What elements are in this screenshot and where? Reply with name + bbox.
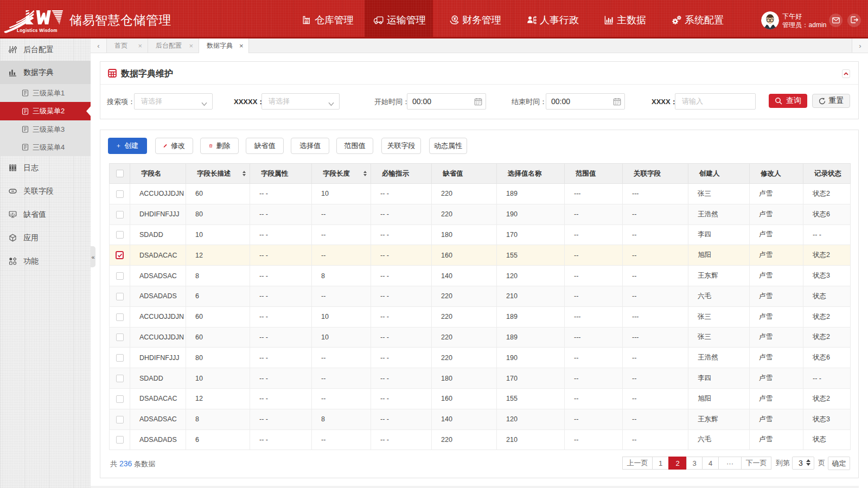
sort-icon[interactable]	[242, 171, 246, 176]
nav-item-5[interactable]: 主数据	[603, 2, 646, 38]
cell: 8	[186, 409, 250, 429]
select-placeholder: 请选择	[269, 97, 290, 106]
checkbox-cell	[110, 224, 130, 245]
cell: 张三	[688, 306, 750, 327]
avatar[interactable]	[761, 11, 779, 29]
cell: ADSADADS	[130, 429, 186, 450]
row-checkbox[interactable]	[116, 272, 124, 280]
time-value: 00:00	[551, 97, 570, 106]
panel-collapse-button[interactable]	[842, 69, 850, 78]
search-text-input[interactable]: 请输入	[675, 93, 756, 110]
tab-3[interactable]: 数据字典×	[199, 38, 249, 53]
sidebar-item-功能[interactable]: 功能	[0, 249, 91, 273]
spinner-icon[interactable]	[806, 459, 810, 466]
tab-close-icon[interactable]: ×	[138, 42, 142, 50]
page-2[interactable]: 2	[668, 457, 687, 470]
nav-item-4[interactable]: 人事行政	[526, 2, 579, 38]
cell: 220	[432, 286, 497, 306]
toolbar-button-删除[interactable]: 删除	[200, 138, 239, 154]
toolbar-button-选择值[interactable]: 选择值	[291, 138, 329, 154]
tab-scroll-left-icon[interactable]: ‹	[91, 38, 107, 53]
cell: 155	[497, 245, 565, 266]
toolbar-button-范围值[interactable]: 范围值	[336, 138, 373, 154]
nav-label: 系统配置	[685, 14, 724, 27]
toolbar-button-动态属性[interactable]: 动态属性	[429, 138, 467, 154]
cell: 张三	[688, 184, 750, 204]
nav-item-6[interactable]: 系统配置	[671, 2, 724, 38]
cell: --	[312, 368, 371, 389]
page-下一页[interactable]: 下一页	[741, 457, 771, 470]
page-4[interactable]: 4	[702, 457, 719, 470]
toolbar-button-修改[interactable]: 修改	[155, 138, 193, 154]
page-3[interactable]: 3	[686, 457, 703, 470]
reset-button[interactable]: 重置	[812, 94, 850, 108]
sidebar-item-数据字典[interactable]: 数据字典	[0, 61, 91, 84]
row-checkbox[interactable]	[116, 313, 124, 321]
nav-item-1[interactable]: 仓库管理	[301, 2, 354, 38]
goto-page-input[interactable]: 3	[792, 457, 814, 470]
sidebar-collapse-handle[interactable]: «	[91, 246, 95, 267]
page-···[interactable]: ···	[718, 457, 742, 470]
tab-1[interactable]: 首页×	[107, 38, 148, 53]
cell: --	[312, 388, 371, 409]
toolbar-button-关联字段[interactable]: 关联字段	[381, 138, 421, 154]
row-checkbox[interactable]	[116, 333, 124, 341]
sidebar-item-日志[interactable]: 日志	[0, 156, 91, 179]
cell: --	[623, 429, 688, 450]
row-checkbox[interactable]	[116, 354, 124, 362]
confirm-button[interactable]: 确定	[828, 457, 850, 470]
row-checkbox[interactable]	[116, 211, 124, 219]
nav-item-3[interactable]: 财务管理	[449, 2, 501, 38]
time-input-4[interactable]: 00:00	[546, 93, 625, 110]
cell: 六毛	[688, 429, 750, 450]
tab-close-icon[interactable]: ×	[239, 42, 244, 50]
row-checkbox[interactable]	[116, 293, 124, 300]
tab-2[interactable]: 后台配置×	[148, 38, 199, 53]
sort-icon[interactable]	[363, 171, 367, 176]
select-all-checkbox[interactable]	[116, 170, 124, 177]
sidebar-item-应用[interactable]: 应用	[0, 226, 91, 249]
column-header-字段长描述[interactable]: 字段长描述	[186, 164, 250, 184]
table-row-12: ADSADSAC8-- -8-- -140120----王东辉卢雪状态3	[110, 409, 851, 429]
cell: 8	[312, 266, 371, 286]
toolbar-button-缺省值[interactable]: 缺省值	[246, 138, 284, 154]
sidebar-item-关联字段[interactable]: 关联字段	[0, 179, 91, 203]
cell: -- -	[371, 184, 432, 204]
cell: 10	[186, 224, 250, 245]
row-checkbox[interactable]	[116, 190, 124, 198]
sidebar-item-三级菜单1[interactable]: 三级菜单1	[0, 84, 91, 102]
sidebar-item-三级菜单4[interactable]: 三级菜单4	[0, 138, 91, 156]
tab-close-icon[interactable]: ×	[189, 42, 193, 50]
page-1[interactable]: 1	[652, 457, 669, 470]
logo-lw-icon[interactable]: Logistics Wisdom	[3, 5, 68, 35]
sidebar-item-三级菜单2[interactable]: 三级菜单2	[0, 102, 91, 120]
sidebar-item-三级菜单3[interactable]: 三级菜单3	[0, 120, 91, 138]
nav-item-2[interactable]: 运输管理	[373, 2, 426, 38]
mail-button[interactable]	[829, 14, 843, 27]
toolbar-button-创建[interactable]: 创建	[108, 138, 147, 154]
sidebar-item-缺省值[interactable]: 缺省值	[0, 203, 91, 226]
page-上一页[interactable]: 上一页	[622, 457, 653, 470]
row-checkbox[interactable]	[116, 395, 124, 403]
column-header-字段长度[interactable]: 字段长度	[312, 164, 371, 184]
row-checkbox-checked[interactable]	[116, 251, 124, 259]
caret-up-icon	[806, 459, 810, 462]
query-button[interactable]: 查询	[769, 94, 807, 108]
logout-button[interactable]	[847, 14, 861, 27]
row-checkbox[interactable]	[116, 436, 124, 444]
row-checkbox[interactable]	[116, 231, 124, 239]
time-input-3[interactable]: 00:00	[407, 93, 486, 110]
cell: -- -	[371, 266, 432, 286]
sidebar-item-后台配置[interactable]: 后台配置	[0, 38, 91, 61]
nav-label: 仓库管理	[315, 14, 354, 27]
search-select-1[interactable]: 请选择	[134, 93, 213, 110]
pencil-icon	[163, 142, 171, 150]
tab-scroll-right-icon[interactable]: ›	[852, 38, 868, 53]
table-row-5: ADSADSAC8-- -8-- -140120----王东辉卢雪状态3	[110, 266, 851, 286]
row-checkbox[interactable]	[116, 416, 124, 423]
row-checkbox[interactable]	[116, 375, 124, 382]
search-select-2[interactable]: 请选择	[261, 93, 340, 110]
table-header-row: 字段名字段长描述字段属性字段长度必输指示缺省值选择值名称范围值关联字段创建人修改…	[110, 164, 851, 184]
panel-header: 数据字典维护	[100, 62, 858, 85]
cell: 状态2	[803, 245, 851, 266]
